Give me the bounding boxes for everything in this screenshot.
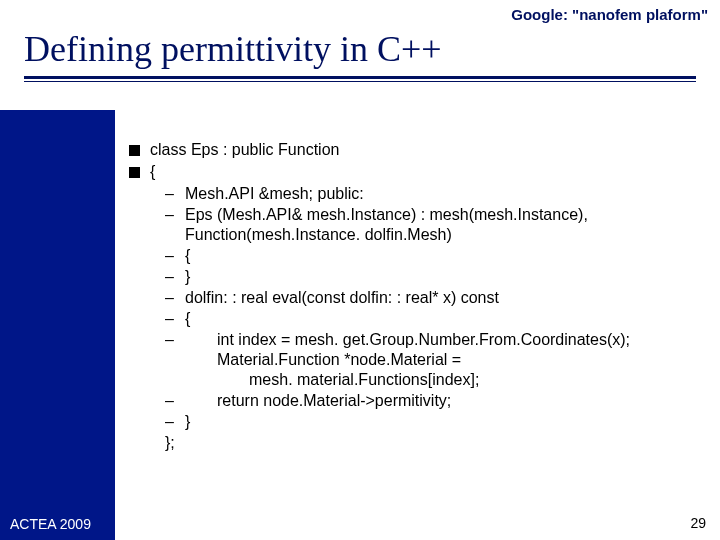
sub-list-item: – Mesh.API &mesh; public: (165, 184, 710, 204)
page-title: Defining permittivity in C++ (24, 30, 720, 70)
dash-bullet-icon: – (165, 288, 183, 308)
dash-bullet-icon: – (165, 309, 183, 329)
line: Function(mesh.Instance. dolfin.Mesh) (185, 225, 710, 245)
list-item: class Eps : public Function (129, 140, 710, 160)
list-item-text: { (150, 162, 155, 182)
square-bullet-icon (129, 167, 140, 178)
sub-list-item: – dolfin: : real eval(const dolfin: : re… (165, 288, 710, 308)
dash-bullet-icon: – (165, 412, 183, 432)
content: class Eps : public Function { – Mesh.API… (115, 110, 720, 540)
dash-bullet-icon: – (165, 391, 183, 411)
sub-list-item: – { (165, 246, 710, 266)
sub-item-text: Eps (Mesh.API& mesh.Instance) : mesh(mes… (185, 205, 710, 245)
slide-number: 29 (690, 515, 706, 533)
sub-list-item: – { (165, 309, 710, 329)
sub-list-item: – return node.Material->permitivity; (165, 391, 710, 411)
line: Material.Function *node.Material = (185, 350, 710, 370)
dash-bullet-icon: – (165, 205, 183, 225)
sub-item-text: Mesh.API &mesh; public: (185, 184, 710, 204)
header-tag: Google: "nanofem plaform" (0, 0, 720, 28)
line: return node.Material->permitivity; (185, 391, 710, 411)
sub-item-text: { (185, 246, 710, 266)
sub-item-text: dolfin: : real eval(const dolfin: : real… (185, 288, 710, 308)
sub-list: – Mesh.API &mesh; public: – Eps (Mesh.AP… (165, 184, 710, 432)
dash-bullet-icon: – (165, 267, 183, 287)
sub-item-text: int index = mesh. get.Group.Number.From.… (185, 330, 710, 390)
closer-text: }; (165, 433, 710, 453)
sub-list-item: – Eps (Mesh.API& mesh.Instance) : mesh(m… (165, 205, 710, 245)
sub-item-text: } (185, 267, 710, 287)
sub-list-item: – int index = mesh. get.Group.Number.Fro… (165, 330, 710, 390)
title-block: Defining permittivity in C++ (0, 28, 720, 70)
footer-left-text: ACTEA 2009 (10, 516, 91, 532)
sub-item-text: } (185, 412, 710, 432)
dash-bullet-icon: – (165, 330, 183, 350)
sidebar: ACTEA 2009 (0, 110, 115, 540)
sub-item-text: { (185, 309, 710, 329)
body-area: ACTEA 2009 class Eps : public Function {… (0, 110, 720, 540)
square-bullet-icon (129, 145, 140, 156)
line: mesh. material.Functions[index]; (185, 370, 710, 390)
sub-list-item: – } (165, 267, 710, 287)
title-underline (24, 76, 696, 79)
line: Eps (Mesh.API& mesh.Instance) : mesh(mes… (185, 205, 710, 225)
dash-bullet-icon: – (165, 246, 183, 266)
sub-list-item: – } (165, 412, 710, 432)
list-item-text: class Eps : public Function (150, 140, 339, 160)
dash-bullet-icon: – (165, 184, 183, 204)
list-item: { (129, 162, 710, 182)
line: int index = mesh. get.Group.Number.From.… (185, 330, 710, 350)
sub-item-text: return node.Material->permitivity; (185, 391, 710, 411)
